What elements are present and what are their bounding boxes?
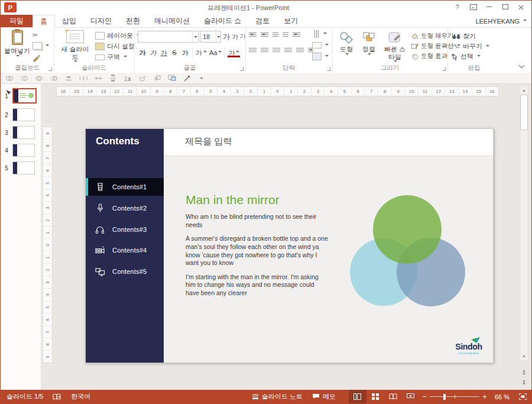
thumbnail-image[interactable] xyxy=(12,144,35,157)
zoom-slider[interactable] xyxy=(430,390,479,403)
zoom-in-button[interactable]: + xyxy=(479,392,490,401)
scrollbar-thumb[interactable] xyxy=(520,95,528,130)
thumbnail-image[interactable] xyxy=(12,88,37,104)
font-color-button[interactable]: 가 xyxy=(228,48,240,57)
shrink-font-button[interactable]: 가 xyxy=(232,33,238,41)
numbering-button[interactable] xyxy=(261,33,268,38)
align-center-icon[interactable] xyxy=(64,74,73,82)
sidebar-title[interactable]: Contents xyxy=(96,135,140,147)
tab-animations[interactable]: 애니메이션 xyxy=(147,15,197,27)
thumbnail-slide-1[interactable]: 1 xyxy=(1,88,41,104)
zoom-out-button[interactable]: − xyxy=(420,392,430,401)
align-right-button[interactable] xyxy=(273,48,280,53)
venn-circle-green[interactable] xyxy=(373,195,442,264)
font-name-combo[interactable] xyxy=(138,31,199,43)
normal-view-button[interactable] xyxy=(349,390,366,403)
tab-review[interactable]: 검토 xyxy=(248,15,277,27)
slide-canvas[interactable]: Contents Contents#1 Contents#2 xyxy=(85,128,494,363)
collapse-ribbon-icon[interactable] xyxy=(520,64,524,69)
format-painter-button[interactable] xyxy=(33,54,41,62)
convert-smartart-button[interactable] xyxy=(312,53,329,60)
help-icon[interactable]: ? xyxy=(449,1,465,12)
cut-button[interactable]: ✂ xyxy=(33,31,38,39)
tab-view[interactable]: 보기 xyxy=(277,15,305,27)
comments-button[interactable]: 메모 xyxy=(307,390,340,403)
distribute-button[interactable] xyxy=(296,48,304,53)
shape-intersect-icon[interactable] xyxy=(50,74,58,82)
shape-combine-icon[interactable] xyxy=(20,74,28,82)
slideshow-view-button[interactable] xyxy=(402,390,420,403)
menu-item-contents5[interactable]: Contents#5 xyxy=(86,263,164,280)
increase-indent-button[interactable] xyxy=(283,33,288,38)
tab-insert[interactable]: 삽입 xyxy=(55,15,83,27)
ribbon-display-options-icon[interactable] xyxy=(465,1,481,12)
new-slide-button[interactable]: ✳ 새 슬라이드 xyxy=(59,30,92,64)
zoom-level[interactable]: 66 % xyxy=(490,390,514,403)
shapes-button[interactable]: 도형 xyxy=(336,31,356,57)
align-left-button[interactable] xyxy=(249,48,257,53)
font-name-dropdown-icon[interactable] xyxy=(192,31,199,42)
tab-transitions[interactable]: 전환 xyxy=(119,15,147,27)
menu-item-contents2[interactable]: Contents#2 xyxy=(86,199,164,217)
minimize-icon[interactable] xyxy=(481,1,497,12)
slide-content-area[interactable]: Man in the mirror Who am I to be blind p… xyxy=(164,156,493,363)
align-middle-icon[interactable] xyxy=(109,74,117,82)
slide-sidebar[interactable]: Contents Contents#1 Contents#2 xyxy=(86,129,164,363)
fit-slide-button[interactable] xyxy=(514,390,531,403)
thumbnail-image[interactable] xyxy=(12,161,35,174)
character-spacing-button[interactable]: 가 xyxy=(195,48,207,57)
bring-forward-icon[interactable] xyxy=(153,74,161,82)
horizontal-ruler[interactable]: 1615141312111098765432101234567891011121… xyxy=(56,86,499,96)
reading-view-button[interactable] xyxy=(384,390,402,403)
thumbnail-image[interactable] xyxy=(12,108,35,121)
grow-font-button[interactable]: 가 xyxy=(223,32,230,42)
find-button[interactable]: 찾기 xyxy=(452,32,476,41)
section-button[interactable]: 구역 xyxy=(95,53,127,62)
align-bottom-icon[interactable] xyxy=(124,74,132,82)
next-slide-button[interactable]: ▼▼ xyxy=(520,379,528,387)
italic-button[interactable]: 가 xyxy=(148,48,158,57)
powerpoint-app-icon[interactable]: P xyxy=(4,2,17,12)
distribute-horizontal-icon[interactable] xyxy=(79,74,87,82)
previous-slide-button[interactable]: ▲▲ xyxy=(520,368,528,376)
paste-button[interactable]: 붙여넣기 xyxy=(4,30,30,59)
drawing-dialog-launcher[interactable] xyxy=(442,67,446,71)
font-dialog-launcher[interactable] xyxy=(240,67,244,71)
copy-button[interactable] xyxy=(33,42,49,50)
thumbnail-slide-5[interactable]: 5 xyxy=(1,161,41,174)
strikethrough-button[interactable]: S xyxy=(170,48,179,57)
replace-button[interactable]: 바꾸기 xyxy=(452,42,489,51)
arrange-button[interactable]: 정렬 xyxy=(359,31,379,57)
shape-union-icon[interactable] xyxy=(5,74,14,82)
menu-item-contents4[interactable]: Contents#4 xyxy=(86,241,164,259)
bold-button[interactable]: 가 xyxy=(138,48,147,57)
distribute-vertical-icon[interactable] xyxy=(94,74,102,82)
reset-button[interactable]: 다시 설정 xyxy=(95,42,135,51)
spell-check-button[interactable] xyxy=(48,390,66,403)
slide-body-text[interactable]: Who am I to be blind pretending not to s… xyxy=(186,213,329,303)
underline-button[interactable]: 가 xyxy=(159,48,168,57)
tab-slideshow[interactable]: 슬라이드 쇼 xyxy=(197,15,248,27)
qat-customize-icon[interactable] xyxy=(197,74,206,82)
vertical-scrollbar[interactable]: ▲ ▼ ▲▲ ▼▼ xyxy=(520,85,528,388)
layout-button[interactable]: 레이아웃 xyxy=(95,31,140,40)
slide-sorter-view-button[interactable] xyxy=(366,390,384,403)
tab-file[interactable]: 파일 xyxy=(1,15,33,27)
edit-points-icon[interactable] xyxy=(183,74,191,82)
sindoh-logo[interactable]: Sindoh Unmistakable xyxy=(450,337,487,355)
thumbnail-slide-4[interactable]: 4 xyxy=(1,144,41,157)
slide-title-placeholder[interactable]: 제목을 입력 xyxy=(185,136,232,147)
tab-design[interactable]: 디자인 xyxy=(83,15,119,27)
justify-button[interactable] xyxy=(284,48,292,53)
scroll-down-icon[interactable]: ▼ xyxy=(520,352,528,360)
decrease-indent-button[interactable] xyxy=(273,33,278,38)
select-button[interactable]: 선택 xyxy=(452,52,481,61)
vertical-ruler[interactable]: 9876543210123456789 xyxy=(43,127,53,363)
text-direction-button[interactable] xyxy=(312,31,327,37)
align-text-button[interactable] xyxy=(312,42,329,49)
font-size-dropdown-icon[interactable] xyxy=(216,31,220,42)
clipboard-dialog-launcher[interactable] xyxy=(48,67,52,71)
font-size-combo[interactable] xyxy=(200,31,221,43)
account-name[interactable]: LEEHYEKANG xyxy=(475,15,527,27)
change-case-button[interactable]: Aa xyxy=(209,48,222,57)
